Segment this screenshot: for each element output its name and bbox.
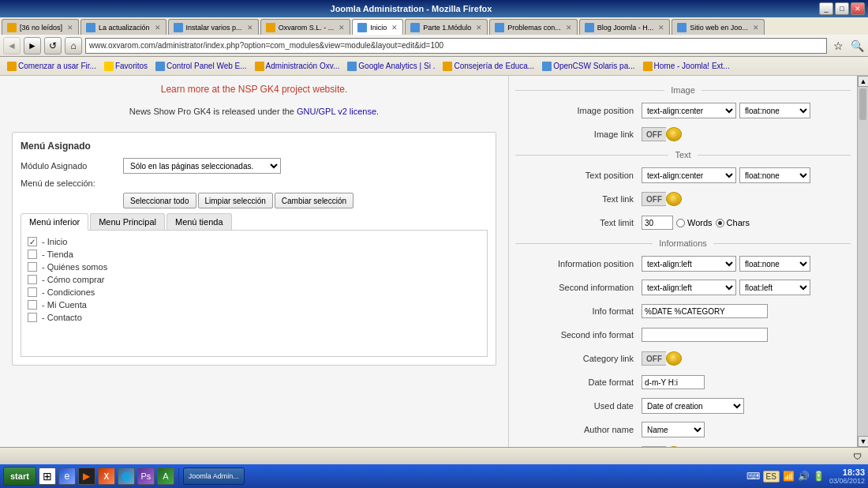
date-format-input[interactable] bbox=[642, 375, 705, 389]
checkbox-contacto[interactable] bbox=[28, 313, 37, 322]
menu-tab-inferior[interactable]: Menú inferior bbox=[21, 213, 88, 231]
scroll-up-button[interactable]: ▲ bbox=[858, 76, 868, 87]
tab-label-6: Parte 1.Módulo bbox=[423, 24, 471, 32]
checkbox-comprar[interactable] bbox=[28, 275, 37, 284]
home-button[interactable]: ⌂ bbox=[65, 37, 82, 54]
select-all-button[interactable]: Seleccionar todo bbox=[123, 193, 196, 208]
words-radio[interactable] bbox=[676, 219, 685, 227]
menu-tab-principal[interactable]: Menu Principal bbox=[90, 213, 165, 230]
tab-3[interactable]: Instalar varios p... ✕ bbox=[168, 19, 259, 35]
divider-line-left bbox=[515, 90, 664, 91]
vertical-scrollbar[interactable]: ▲ ▼ bbox=[857, 76, 868, 447]
second-info-format-input[interactable] bbox=[642, 328, 768, 342]
start-button[interactable]: start bbox=[3, 467, 36, 486]
checkbox-quienes[interactable] bbox=[28, 262, 37, 272]
category-link-toggle[interactable]: OFF bbox=[642, 351, 682, 366]
bookmark-1[interactable]: Comenzar a usar Fir... bbox=[5, 61, 99, 72]
bookmark-icon-1 bbox=[7, 62, 17, 71]
tab-close-4[interactable]: ✕ bbox=[339, 24, 345, 32]
info-position-select1[interactable]: text-align:left bbox=[642, 256, 736, 272]
reload-button[interactable]: ↺ bbox=[44, 37, 62, 54]
image-position-select2[interactable]: float:none bbox=[739, 103, 810, 118]
clear-selection-button[interactable]: Limpiar selección bbox=[198, 193, 273, 208]
image-position-select1[interactable]: text-align:center bbox=[642, 103, 736, 118]
bookmark-8[interactable]: Home - Joomla! Ext... bbox=[641, 61, 732, 72]
tab-2[interactable]: La actualización ✕ bbox=[80, 19, 166, 35]
back-button[interactable]: ◄ bbox=[3, 37, 21, 54]
tab-6[interactable]: Parte 1.Módulo ✕ bbox=[405, 19, 488, 35]
gnu-link[interactable]: GNU/GPL v2 license. bbox=[297, 107, 379, 116]
tab-label-9: Sitio web en Joo... bbox=[690, 24, 748, 32]
text-position-select2[interactable]: float:none bbox=[739, 167, 810, 183]
scroll-thumb[interactable] bbox=[859, 88, 866, 120]
chars-radio-label[interactable]: Chars bbox=[716, 218, 750, 227]
taskbar-icon-3[interactable]: ▶ bbox=[78, 467, 95, 485]
learn-more-link[interactable]: Learn more at the NSP GK4 project websit… bbox=[12, 84, 496, 95]
second-info-format-controls bbox=[642, 328, 851, 342]
tab-8[interactable]: Blog Joomla - H... ✕ bbox=[579, 19, 671, 35]
tab-close-2[interactable]: ✕ bbox=[155, 24, 161, 32]
chars-radio[interactable] bbox=[716, 219, 724, 227]
bookmark-4[interactable]: Administración Oxv... bbox=[253, 61, 342, 72]
taskbar-icon-4[interactable]: X bbox=[98, 467, 115, 485]
change-selection-button[interactable]: Cambiar selección bbox=[275, 193, 354, 208]
tab-close-3[interactable]: ✕ bbox=[247, 24, 253, 32]
tab-close-5[interactable]: ✕ bbox=[391, 24, 398, 32]
active-window-taskbar-btn[interactable]: Joomla Admin... bbox=[183, 467, 245, 485]
tab-5[interactable]: Inicio ✕ bbox=[352, 19, 403, 35]
text-limit-input[interactable] bbox=[642, 216, 673, 230]
checkbox-inicio[interactable]: ✓ bbox=[28, 237, 37, 246]
taskbar-icon-1[interactable]: ⊞ bbox=[39, 467, 56, 485]
search-icon[interactable]: 🔍 bbox=[849, 38, 865, 54]
info-format-input[interactable] bbox=[642, 304, 768, 318]
tab-close-7[interactable]: ✕ bbox=[566, 24, 572, 32]
taskbar-icon-7[interactable]: A bbox=[157, 467, 174, 485]
module-asignado-select[interactable]: Sólo en las páginas seleccionadas. bbox=[123, 158, 281, 174]
text-position-select1[interactable]: text-align:center bbox=[642, 167, 736, 183]
taskbar-icon-6[interactable]: Ps bbox=[137, 467, 155, 485]
checkbox-condiciones[interactable] bbox=[28, 287, 37, 297]
text-divider-right bbox=[698, 155, 851, 156]
tab-1[interactable]: [36 no leídos] ✕ bbox=[2, 19, 79, 35]
minimize-button[interactable]: _ bbox=[819, 2, 833, 15]
menu-tabs-nav: Menú inferior Menu Principal Menú tienda bbox=[21, 213, 488, 231]
tab-close-8[interactable]: ✕ bbox=[658, 24, 664, 32]
words-radio-label[interactable]: Words bbox=[676, 218, 713, 227]
tab-9[interactable]: Sitio web en Joo... ✕ bbox=[672, 19, 765, 35]
forward-button[interactable]: ► bbox=[24, 37, 41, 54]
tab-close-9[interactable]: ✕ bbox=[753, 24, 759, 32]
info-divider-right bbox=[713, 243, 851, 244]
words-label: Words bbox=[687, 218, 713, 227]
second-info-select2[interactable]: float:left bbox=[739, 280, 810, 295]
used-date-select[interactable]: Date of creation bbox=[642, 398, 744, 414]
tab-label-5: Inicio bbox=[370, 24, 387, 32]
text-link-toggle[interactable]: OFF bbox=[642, 191, 682, 207]
menu-item-label-condiciones: - Condiciones bbox=[42, 287, 95, 297]
bookmark-3[interactable]: Control Panel Web E... bbox=[153, 61, 249, 72]
star-icon[interactable]: ☆ bbox=[830, 38, 846, 54]
maximize-button[interactable]: □ bbox=[835, 2, 849, 15]
menu-tab-tienda[interactable]: Menú tienda bbox=[166, 213, 232, 230]
bookmark-5[interactable]: Google Analytics | Si . bbox=[345, 61, 437, 72]
scroll-down-button[interactable]: ▼ bbox=[858, 436, 868, 447]
address-bar[interactable]: www.oxvarom.com/administrator/index.php?… bbox=[85, 38, 827, 54]
checkbox-tienda[interactable] bbox=[28, 250, 37, 259]
tab-4[interactable]: Oxvarom S.L. - ... ✕ bbox=[260, 19, 351, 35]
taskbar-separator bbox=[178, 468, 179, 484]
close-button[interactable]: ✕ bbox=[851, 2, 865, 15]
second-info-select1[interactable]: text-align:left bbox=[642, 280, 736, 295]
tab-close-1[interactable]: ✕ bbox=[67, 24, 73, 32]
taskbar-icon-5[interactable]: 🌐 bbox=[118, 467, 135, 485]
info-position-select2[interactable]: float:none bbox=[739, 256, 810, 272]
bookmark-label-4: Administración Oxv... bbox=[266, 62, 340, 70]
bookmark-2[interactable]: Favoritos bbox=[102, 61, 150, 72]
checkbox-micuenta[interactable] bbox=[28, 300, 37, 310]
image-link-toggle[interactable]: OFF bbox=[642, 126, 682, 142]
author-name-select[interactable]: Name bbox=[642, 422, 705, 437]
taskbar-icon-2[interactable]: e bbox=[58, 467, 76, 485]
language-badge: ES bbox=[763, 471, 780, 482]
tab-7[interactable]: Problemas con... ✕ bbox=[489, 19, 578, 35]
bookmark-6[interactable]: Consejería de Educa... bbox=[440, 61, 537, 72]
bookmark-7[interactable]: OpenCSW Solaris pa... bbox=[540, 61, 637, 72]
tab-close-6[interactable]: ✕ bbox=[476, 24, 482, 32]
